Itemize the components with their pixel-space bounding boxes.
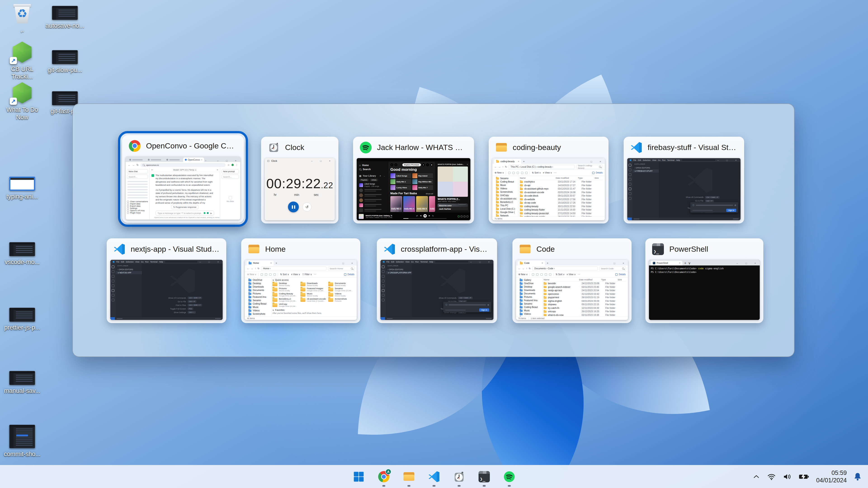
desktop-icon-git-slow-push[interactable]: git-slow-pu...: [43, 50, 86, 74]
nodejs-shortcut-icon: ↗: [11, 41, 33, 63]
prompt-panel: New prompt Search... No data: [220, 168, 240, 220]
back-icon: ‹: [391, 163, 393, 166]
vscode-watermark: [686, 167, 713, 194]
desktop-icon-autosave[interactable]: autosave-no...: [43, 6, 86, 30]
battery-charging-icon[interactable]: [799, 473, 809, 480]
timer-display: 00:29:22.22: [265, 176, 335, 191]
selection-ring: OpenConvo - Google Chrome OpenConvo× + –…: [118, 131, 248, 227]
shuffle-icon: ⇄: [416, 215, 418, 217]
repeat-icon: ↻: [432, 215, 434, 217]
window-card-crossplatform-app[interactable]: crossplatform-app - Visual St... FileEdi…: [377, 238, 497, 323]
view-button: ≡ View ∨: [543, 171, 552, 174]
shortcut-arrow-icon: ↗: [10, 57, 17, 64]
taskbar-file-explorer[interactable]: [402, 470, 416, 484]
window-card-firebasy-stuff[interactable]: firebasy-stuff - Visual Studio... FileEd…: [624, 137, 744, 223]
vscode-window-preview: FileEditSelectionViewGoRunTerminalHelp –…: [380, 260, 493, 320]
quick-access-item: MusicStored locally: [301, 292, 327, 297]
spotify-icon: [360, 142, 372, 153]
chat-search-input: Search...: [127, 175, 148, 179]
breadcrumb: This PC › Local Disk (C:) › coding-beaut…: [508, 165, 575, 169]
desktop-icon-vscode-mock[interactable]: vscode-mo...: [1, 242, 43, 266]
menu-bar: FileEditSelectionViewGoRunTerminalHelp: [633, 159, 680, 161]
taskbar-chrome[interactable]: A: [377, 470, 391, 484]
forward-icon: ›: [395, 163, 397, 166]
desktop-icon-prettier-js[interactable]: prettier-js-p...: [1, 308, 43, 331]
window-title: PowerShell: [669, 245, 708, 254]
daily-mix-cards: Daily Mix 2Omah Lay, Joeboy and more Dai…: [391, 196, 433, 212]
follow-button: Follow: [458, 203, 467, 204]
tray-chevron-up-icon[interactable]: [752, 475, 760, 479]
window-card-openconvo-chrome[interactable]: OpenConvo - Google Chrome OpenConvo× + –…: [122, 135, 244, 223]
vscode-window-preview: FileEditSelectionViewGoRunTerminalHelp –…: [110, 260, 223, 320]
sort-button: ⇅ Sort ∨: [532, 171, 541, 174]
window-title: Jack Harlow - WHATS POPPI...: [377, 143, 467, 152]
window-card-home[interactable]: Home Home× +□ × ←→↑↻ Home › Search Home …: [241, 238, 360, 323]
recycle-bin-icon: ♻: [11, 1, 33, 24]
taskbar-clock-app[interactable]: [452, 470, 466, 484]
now-playing-panel: WHATS POPPIN (feat. DaBab...× WHATS POPP…: [436, 162, 470, 212]
tray-clock[interactable]: 05:59 04/01/2024: [816, 469, 847, 484]
window-card-nextjs-app[interactable]: nextjs-app - Visual Studio Co... FileEdi…: [107, 238, 226, 323]
progress-bar: [403, 218, 447, 219]
window-title: firebasy-stuff - Visual Studio...: [648, 143, 737, 152]
menu-bar: FileEditSelectionViewGoRunTerminalHelp: [386, 261, 433, 263]
vscode-icon: [382, 261, 384, 263]
desktop-icon-what-to-do-now[interactable]: ↗ What To Do Now: [1, 82, 43, 121]
volume-icon[interactable]: [783, 473, 792, 480]
window-controls: – □ ×: [717, 159, 739, 162]
window-card-coding-beauty[interactable]: coding-beauty coding-beauty× +□ × ←→↑↻ T…: [489, 137, 609, 223]
file-row: cb-wp-code 15/10/2023 17:26File folder: [520, 201, 603, 205]
up-icon: ↑: [502, 165, 503, 168]
desktop-icon-cb-url-tracking[interactable]: ↗ CB URL Tracki...: [1, 41, 43, 80]
window-card-clock[interactable]: Clock Clock – □ × 00:29:22.22 hrminsec ↺: [261, 137, 338, 223]
disclaimer-text: OpenConvo is an advanced chatbot kit for…: [150, 216, 220, 220]
vscode-icon: [114, 243, 125, 255]
breadcrumb: Documents › Code ›: [532, 266, 598, 271]
album-art: [438, 166, 468, 197]
window-title: Clock: [285, 143, 304, 152]
screenshot-file-icon: [9, 242, 35, 256]
back-icon: ←: [128, 164, 130, 166]
info-icon: ⓘ: [692, 204, 694, 207]
taskbar-spotify[interactable]: [502, 470, 516, 484]
shortcut-arrow-icon: ↗: [10, 98, 17, 105]
settings-icon: [629, 197, 631, 200]
editor-area: Show All CommandsCtrl + Shift + PGo to F…: [412, 264, 493, 317]
taskbar-vscode[interactable]: [427, 470, 441, 484]
editor-area: Show All CommandsCtrl + Shift + PGo to F…: [142, 264, 223, 317]
bookmark-icon: ☆: [227, 164, 230, 166]
window-card-code[interactable]: Code Code× +□ × ←→↑↻ Documents › Code › …: [513, 238, 631, 323]
greeting-heading: Good morning: [391, 167, 433, 172]
desktop-icon-commit-shortcut[interactable]: commit-sho...: [1, 425, 43, 458]
file-row: what-to-do-now 02/11/2023 19:38File fold…: [544, 313, 626, 317]
file-row: coding-beauty-nextjs 28/10/2023 15:51Fil…: [520, 215, 603, 217]
file-row: sigma-english 04/01/2024 05:09File folde…: [544, 299, 626, 303]
reset-button: ↺: [303, 202, 311, 212]
explorer-icon: [629, 164, 631, 166]
file-row: cb-assistant-github-repo 03/12/2023 21:4…: [520, 187, 603, 191]
quick-access-item: SesamoGoogle Drive (G:)\M...: [328, 287, 355, 292]
desktop-icon-manual-save[interactable]: manual-sav...: [1, 371, 43, 395]
notification-bell-icon[interactable]: [854, 472, 862, 481]
file-row: coding-beauty-flutter 21/11/2023 19:30Fi…: [520, 208, 603, 212]
window-card-spotify[interactable]: Jack Harlow - WHATS POPPI... ··· ⌂Home S…: [353, 137, 474, 223]
start-button[interactable]: [352, 470, 366, 484]
desktop-icon-recycle-bin[interactable]: ♻ ,.: [1, 1, 43, 34]
window-card-powershell[interactable]: PowerShell PowerShell× +∨ – □ × PS C:\Us…: [645, 238, 763, 323]
file-row: cb-assistant-vscode 02/01/2024 16:08File…: [520, 191, 603, 194]
explorer-window-preview: coding-beauty× +□ × ←→↑↻ This PC › Local…: [492, 158, 605, 220]
desktop-icon-typing-animation[interactable]: typing-ani...: [1, 177, 43, 200]
quick-access-item: DownloadsStored locally: [301, 282, 327, 287]
taskbar-terminal[interactable]: [477, 470, 491, 484]
search-box: Search coding-beauty: [576, 165, 603, 169]
screenshot-file-icon: [52, 91, 78, 105]
menu-icon: ⋮: [236, 164, 238, 166]
new-prompt-button: New prompt: [221, 169, 239, 173]
breadcrumb: Home ›: [261, 266, 327, 271]
vscode-icon: [629, 159, 631, 161]
file-row: crashlytics 23/11/2023 17:14File folder: [520, 180, 603, 184]
about-artist-card: About the artist Jack Harlow monthly lis…: [438, 203, 468, 210]
wifi-icon[interactable]: [767, 473, 776, 480]
reload-icon: ↻: [136, 164, 138, 166]
powershell-tab-icon: [653, 262, 655, 264]
